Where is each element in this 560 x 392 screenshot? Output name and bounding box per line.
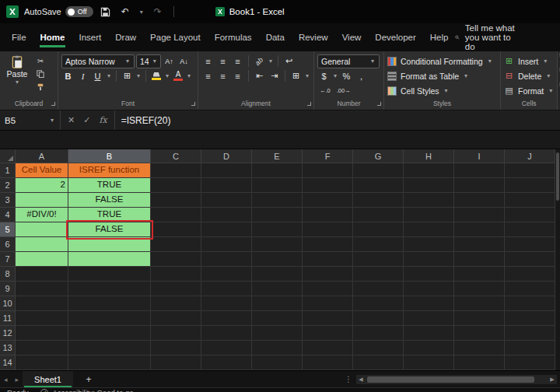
cell-I4[interactable]: [454, 208, 505, 222]
ribbon-tab-help[interactable]: Help: [423, 27, 456, 48]
cell-A6[interactable]: [16, 237, 68, 252]
tell-me-search[interactable]: Tell me what you want to do: [455, 23, 515, 51]
cell-G2[interactable]: [353, 178, 404, 193]
undo-dropdown-icon[interactable]: ▾: [138, 9, 145, 16]
cell-A9[interactable]: [16, 282, 68, 296]
horizontal-scrollbar-thumb[interactable]: [367, 376, 534, 383]
cell-H8[interactable]: [404, 267, 454, 282]
row-header-11[interactable]: 11: [0, 311, 16, 326]
cell-A8[interactable]: [16, 267, 68, 282]
comma-style-button[interactable]: ,: [355, 69, 368, 82]
scroll-right-icon[interactable]: ▶: [549, 376, 555, 383]
cell-J11[interactable]: [505, 311, 555, 326]
redo-button[interactable]: ↷: [151, 3, 165, 20]
ribbon-tab-page-layout[interactable]: Page Layout: [143, 27, 208, 48]
cell-B5[interactable]: FALSE: [68, 222, 151, 237]
accessibility-status[interactable]: ✓ Accessibility: Good to go: [40, 388, 133, 392]
cancel-button[interactable]: ✕: [68, 115, 75, 125]
row-header-2[interactable]: 2: [0, 178, 16, 193]
borders-button[interactable]: ⊞: [121, 69, 134, 82]
ribbon-tab-file[interactable]: File: [5, 27, 33, 48]
cell-C12[interactable]: [151, 326, 201, 341]
cell-A11[interactable]: [16, 311, 68, 326]
font-color-button[interactable]: A: [172, 69, 184, 82]
sheet-tab-sheet1[interactable]: Sheet1: [23, 371, 73, 387]
cell-H14[interactable]: [404, 355, 454, 370]
cell-E2[interactable]: [252, 178, 303, 193]
orientation-dropdown-icon[interactable]: ▾: [268, 58, 274, 65]
row-header-9[interactable]: 9: [0, 282, 16, 296]
column-header-B[interactable]: B: [68, 149, 151, 163]
cell-J6[interactable]: [505, 237, 555, 252]
cell-C6[interactable]: [151, 237, 201, 252]
fill-color-dropdown-icon[interactable]: ▾: [164, 73, 170, 79]
cell-B12[interactable]: [68, 326, 151, 341]
cell-J14[interactable]: [505, 355, 555, 370]
cell-B2[interactable]: TRUE: [68, 178, 151, 193]
save-button[interactable]: [99, 3, 113, 20]
cell-J9[interactable]: [505, 282, 555, 296]
font-color-dropdown-icon[interactable]: ▾: [186, 73, 192, 79]
cell-E11[interactable]: [252, 311, 303, 326]
cell-B3[interactable]: FALSE: [68, 193, 151, 208]
grow-font-button[interactable]: A↑: [163, 54, 176, 68]
cell-F13[interactable]: [303, 341, 353, 355]
cell-I6[interactable]: [454, 237, 505, 252]
cell-B11[interactable]: [68, 311, 151, 326]
italic-button[interactable]: I: [76, 69, 89, 82]
cell-H1[interactable]: [404, 163, 454, 178]
cell-H9[interactable]: [404, 282, 454, 296]
cell-C11[interactable]: [151, 311, 201, 326]
cell-B8[interactable]: [68, 267, 151, 282]
bold-button[interactable]: B: [61, 69, 75, 82]
formula-input[interactable]: =ISREF(20): [115, 110, 560, 130]
cell-D2[interactable]: [201, 178, 252, 193]
ribbon-tab-insert[interactable]: Insert: [72, 27, 108, 48]
cell-G10[interactable]: [353, 296, 404, 311]
cell-A10[interactable]: [16, 296, 68, 311]
cell-D8[interactable]: [201, 267, 252, 282]
cell-D12[interactable]: [201, 326, 252, 341]
row-header-6[interactable]: 6: [0, 237, 16, 252]
cell-E7[interactable]: [252, 252, 303, 267]
copy-button[interactable]: [33, 68, 47, 79]
accounting-format-button[interactable]: $: [317, 69, 331, 82]
borders-dropdown-icon[interactable]: ▾: [135, 73, 142, 79]
cell-H7[interactable]: [404, 252, 454, 267]
cell-A12[interactable]: [16, 326, 68, 341]
ribbon-tab-review[interactable]: Review: [292, 27, 335, 48]
cell-J1[interactable]: [505, 163, 555, 178]
horizontal-scrollbar-track[interactable]: [366, 376, 548, 383]
align-right-button[interactable]: ≡: [231, 69, 244, 82]
cell-F12[interactable]: [303, 326, 353, 341]
cell-H6[interactable]: [404, 237, 454, 252]
row-header-14[interactable]: 14: [0, 355, 16, 370]
cell-A14[interactable]: [16, 355, 68, 370]
scrollbar-more-icon[interactable]: ⋮: [345, 375, 352, 383]
cell-E1[interactable]: [252, 163, 303, 178]
row-header-4[interactable]: 4: [0, 208, 16, 222]
cell-C4[interactable]: [151, 208, 201, 222]
align-bottom-button[interactable]: ≡: [231, 54, 244, 68]
autosave-toggle[interactable]: AutoSave Off: [24, 6, 93, 17]
cell-D4[interactable]: [201, 208, 252, 222]
cell-C3[interactable]: [151, 193, 201, 208]
delete-cells-button[interactable]: ⊟ Delete ▾: [504, 69, 554, 82]
cell-A3[interactable]: [16, 193, 68, 208]
ribbon-tab-formulas[interactable]: Formulas: [208, 27, 259, 48]
cell-B6[interactable]: [68, 237, 151, 252]
cell-J2[interactable]: [505, 178, 555, 193]
cell-I1[interactable]: [454, 163, 505, 178]
column-header-F[interactable]: F: [303, 149, 353, 163]
cell-A2[interactable]: 2: [16, 178, 68, 193]
shrink-font-button[interactable]: A↓: [177, 54, 191, 68]
cell-C14[interactable]: [151, 355, 201, 370]
cut-button[interactable]: ✂: [33, 55, 47, 66]
cell-I14[interactable]: [454, 355, 505, 370]
cell-I9[interactable]: [454, 282, 505, 296]
cell-I13[interactable]: [454, 341, 505, 355]
cell-H5[interactable]: [404, 222, 454, 237]
orientation-button[interactable]: ab: [253, 54, 266, 68]
cell-J13[interactable]: [505, 341, 555, 355]
cell-B4[interactable]: TRUE: [68, 208, 151, 222]
